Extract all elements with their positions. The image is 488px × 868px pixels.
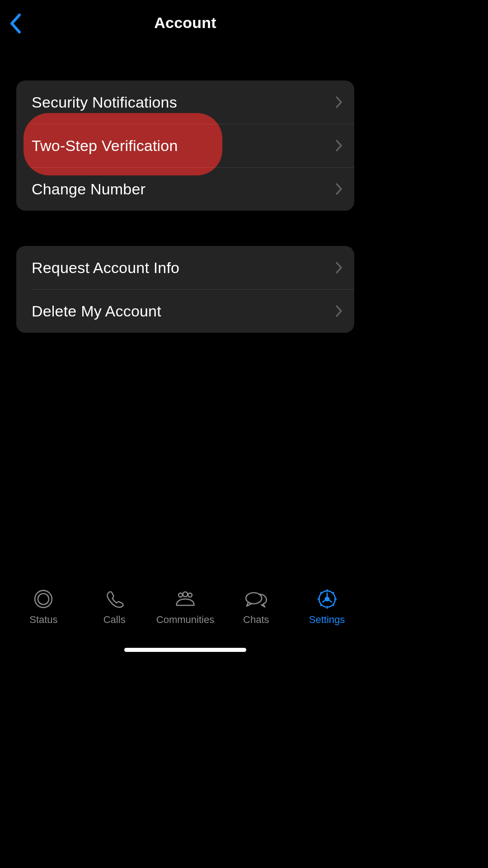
chevron-right-icon	[335, 261, 343, 274]
tab-communities[interactable]: Communities	[150, 588, 221, 626]
chevron-right-icon	[335, 183, 343, 195]
nav-header: Account	[0, 0, 371, 45]
tab-chats[interactable]: Chats	[221, 588, 291, 626]
row-security-notifications[interactable]: Security Notifications	[16, 80, 354, 124]
chats-icon	[244, 588, 269, 610]
chevron-right-icon	[335, 305, 343, 317]
row-label: Delete My Account	[32, 302, 335, 320]
row-two-step-verification[interactable]: Two-Step Verification	[16, 124, 354, 167]
row-label: Security Notifications	[32, 94, 335, 111]
tab-bar: Status Calls Communities	[0, 581, 371, 658]
svg-point-4	[188, 593, 192, 597]
row-label: Two-Step Verification	[32, 137, 335, 155]
settings-group-account: Request Account Info Delete My Account	[16, 246, 354, 333]
home-indicator	[124, 648, 246, 652]
back-button[interactable]	[5, 10, 25, 37]
row-request-account-info[interactable]: Request Account Info	[16, 246, 354, 289]
tab-status[interactable]: Status	[8, 588, 79, 626]
tab-label: Communities	[156, 614, 214, 626]
phone-icon	[102, 588, 127, 610]
tab-label: Calls	[103, 614, 126, 626]
row-delete-my-account[interactable]: Delete My Account	[16, 289, 354, 333]
row-label: Change Number	[32, 180, 335, 198]
content-area: Security Notifications Two-Step Verifica…	[0, 45, 371, 333]
tab-calls[interactable]: Calls	[79, 588, 150, 626]
chevron-right-icon	[335, 139, 343, 152]
settings-group-security: Security Notifications Two-Step Verifica…	[16, 80, 354, 211]
chevron-right-icon	[335, 96, 343, 108]
row-change-number[interactable]: Change Number	[16, 167, 354, 211]
svg-point-1	[38, 594, 49, 604]
gear-icon	[314, 588, 340, 610]
page-title: Account	[154, 14, 216, 32]
tab-settings[interactable]: Settings	[291, 588, 362, 626]
status-icon	[31, 588, 56, 610]
svg-point-3	[183, 592, 188, 597]
chevron-left-icon	[9, 14, 21, 33]
communities-icon	[173, 588, 198, 610]
row-label: Request Account Info	[32, 259, 335, 277]
tab-label: Status	[29, 614, 57, 626]
svg-point-2	[178, 593, 183, 597]
tab-label: Settings	[309, 614, 345, 626]
tab-label: Chats	[243, 614, 269, 626]
